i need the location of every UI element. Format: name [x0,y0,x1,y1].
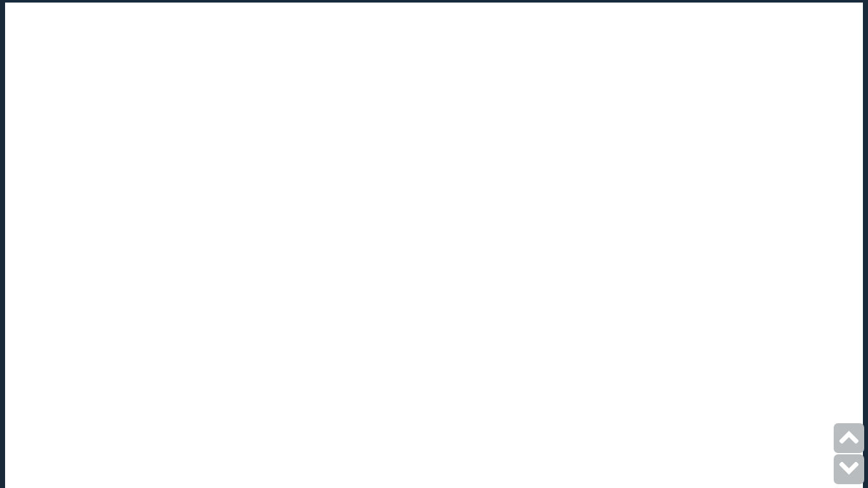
page-scroll-buttons [834,423,864,484]
scroll-down-button[interactable] [834,454,864,484]
chevron-down-icon [839,462,858,477]
scroll-up-button[interactable] [834,423,864,453]
page-background [5,3,863,488]
chevron-up-icon [839,431,858,446]
